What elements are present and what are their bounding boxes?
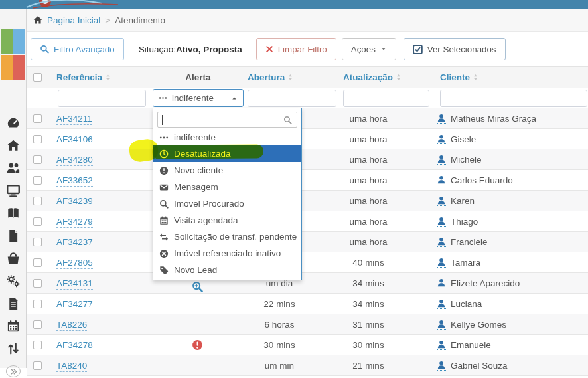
cliente-filter-input[interactable] [440, 90, 587, 107]
client-link[interactable]: Carlos Eduardo [451, 175, 513, 185]
reference-link[interactable]: AF34211 [56, 114, 92, 125]
sort-referencia[interactable]: Referência [56, 72, 111, 82]
client-link[interactable]: Tamara [451, 258, 480, 268]
dropdown-option-indiferente[interactable]: indiferente [153, 129, 301, 145]
dropdown-search-box[interactable] [157, 112, 297, 128]
user-icon[interactable] [437, 340, 446, 350]
sidebar-item-calendar[interactable] [0, 315, 27, 337]
reference-link[interactable]: AF34237 [56, 237, 93, 248]
reference-link[interactable]: AF27805 [56, 258, 93, 269]
logo-square-red [13, 55, 25, 80]
user-icon[interactable] [437, 196, 446, 206]
client-link[interactable]: Michele [451, 155, 482, 165]
alerta-filter-select[interactable]: indiferente [153, 89, 244, 107]
dropdown-option-transf-pendente[interactable]: Solicitação de transf. pendente [153, 229, 301, 245]
dropdown-option-imovel-procurado[interactable]: Imóvel Procurado [153, 195, 301, 212]
atualizacao-value: 31 mins [315, 320, 421, 330]
user-icon[interactable] [437, 320, 446, 330]
row-checkbox[interactable] [33, 176, 42, 185]
user-icon[interactable] [437, 114, 446, 124]
client-link[interactable]: Karen [451, 196, 475, 206]
client-link[interactable]: Franciele [451, 237, 488, 247]
search-icon [283, 116, 292, 124]
clear-filter-label: Limpar Filtro [278, 45, 327, 54]
sidebar-item-transfer[interactable] [0, 337, 27, 360]
row-checkbox[interactable] [33, 155, 42, 164]
user-icon[interactable] [437, 134, 446, 144]
reference-link[interactable]: AF33652 [56, 175, 93, 187]
dropdown-option-novo-cliente[interactable]: Novo cliente [153, 162, 301, 179]
reference-link[interactable]: AF34280 [56, 155, 93, 166]
reference-link[interactable]: TA8226 [56, 320, 87, 331]
row-checkbox[interactable] [33, 258, 42, 267]
user-icon[interactable] [437, 237, 446, 247]
clear-filter-button[interactable]: Limpar Filtro [256, 38, 336, 60]
sidebar-item-basket[interactable] [0, 247, 27, 270]
row-checkbox[interactable] [33, 135, 42, 143]
row-checkbox[interactable] [33, 341, 42, 349]
breadcrumb-home-link[interactable]: Pagina Inicial [47, 15, 100, 25]
row-checkbox[interactable] [33, 361, 42, 370]
sidebar-item-settings[interactable] [0, 270, 27, 292]
user-icon[interactable] [437, 299, 446, 309]
client-link[interactable]: Thiago [451, 217, 478, 227]
row-checkbox[interactable] [33, 217, 42, 226]
client-link[interactable]: Kellye Gomes [451, 320, 506, 330]
user-icon[interactable] [437, 278, 446, 288]
user-icon[interactable] [437, 175, 446, 185]
dropdown-option-mensagem[interactable]: Mensagem [153, 179, 301, 195]
client-link[interactable]: Emanuele [451, 340, 491, 350]
sidebar-item-desktop[interactable] [0, 179, 27, 202]
user-icon[interactable] [437, 361, 446, 371]
abertura-value: 30 mins [244, 340, 315, 350]
exclamation-alert-icon[interactable] [192, 339, 203, 351]
sidebar-item-home[interactable] [0, 134, 27, 157]
dropdown-option-visita-agendada[interactable]: Visita agendada [153, 212, 301, 229]
row-checkbox[interactable] [33, 238, 42, 246]
select-all-checkbox[interactable] [33, 73, 42, 82]
header-abertura: Abertura [248, 72, 285, 82]
reference-link[interactable]: AF34106 [56, 134, 93, 145]
client-link[interactable]: Matheus Miras Graça [451, 114, 536, 124]
referencia-filter-input[interactable] [58, 90, 146, 107]
sidebar-item-dashboard[interactable] [0, 112, 27, 134]
sort-atualizacao[interactable]: Atualização [343, 72, 402, 82]
row-checkbox[interactable] [33, 320, 42, 329]
dropdown-option-novo-lead[interactable]: Novo Lead [153, 262, 301, 278]
sidebar-item-users[interactable] [0, 157, 27, 179]
reference-link[interactable]: AF34131 [56, 278, 93, 290]
sidebar-item-book[interactable] [0, 202, 27, 225]
row-checkbox[interactable] [33, 300, 42, 308]
sidebar-item-document[interactable] [0, 292, 27, 315]
header-atualizacao: Atualização [343, 72, 393, 82]
reference-link[interactable]: AF34277 [56, 299, 93, 310]
dropdown-option-imovel-inativo[interactable]: Imóvel referenciado inativo [153, 245, 301, 262]
row-checkbox[interactable] [33, 114, 42, 123]
row-checkbox[interactable] [33, 279, 42, 288]
user-icon[interactable] [437, 155, 446, 165]
table-row: TA8240 um min 21 mins Gabriel Souza [27, 355, 588, 376]
atualizacao-filter-input[interactable] [343, 90, 429, 107]
sort-abertura[interactable]: Abertura [248, 72, 294, 82]
sidebar-item-file[interactable] [0, 225, 27, 247]
reference-link[interactable]: AF34278 [56, 340, 93, 351]
client-link[interactable]: Elizete Aparecido [451, 278, 520, 288]
reference-link[interactable]: AF34239 [56, 196, 93, 207]
client-link[interactable]: Luciana [451, 299, 482, 309]
atualizacao-value: 34 mins [315, 278, 421, 288]
row-checkbox[interactable] [33, 197, 42, 205]
dropdown-option-desatualizada[interactable]: Desatualizada [153, 145, 301, 162]
table-row: AF27805 40 mins Tamara [27, 252, 588, 273]
advanced-filter-button[interactable]: Filtro Avançado [31, 38, 124, 60]
view-selected-button[interactable]: Ver Selecionados [404, 38, 506, 60]
reference-link[interactable]: AF34279 [56, 217, 93, 228]
reference-link[interactable]: TA8240 [56, 361, 87, 372]
sidebar-expand-button[interactable] [0, 360, 27, 378]
user-icon[interactable] [437, 217, 446, 227]
user-icon[interactable] [437, 258, 446, 268]
sort-cliente[interactable]: Cliente [440, 72, 479, 82]
client-link[interactable]: Gabriel Souza [451, 361, 508, 371]
actions-button[interactable]: Ações [342, 38, 396, 60]
client-link[interactable]: Gisele [451, 134, 476, 144]
search-plus-alert-icon[interactable] [192, 281, 203, 292]
